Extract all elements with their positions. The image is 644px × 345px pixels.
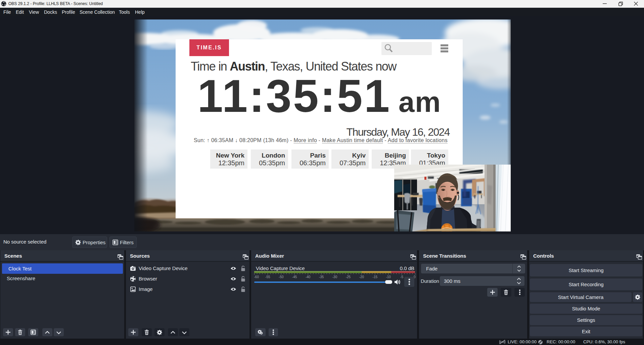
svg-text:-50: -50 [279, 275, 284, 279]
svg-text:-20: -20 [359, 275, 364, 279]
svg-text:-15: -15 [373, 275, 378, 279]
svg-text:-10: -10 [386, 275, 391, 279]
svg-text:-55: -55 [265, 275, 270, 279]
svg-text:-35: -35 [319, 275, 324, 279]
svg-text:-60: -60 [254, 275, 259, 279]
svg-text:-5: -5 [400, 275, 403, 279]
svg-text:-45: -45 [292, 275, 297, 279]
svg-text:-30: -30 [332, 275, 337, 279]
svg-text:-40: -40 [306, 275, 311, 279]
svg-text:-25: -25 [346, 275, 351, 279]
